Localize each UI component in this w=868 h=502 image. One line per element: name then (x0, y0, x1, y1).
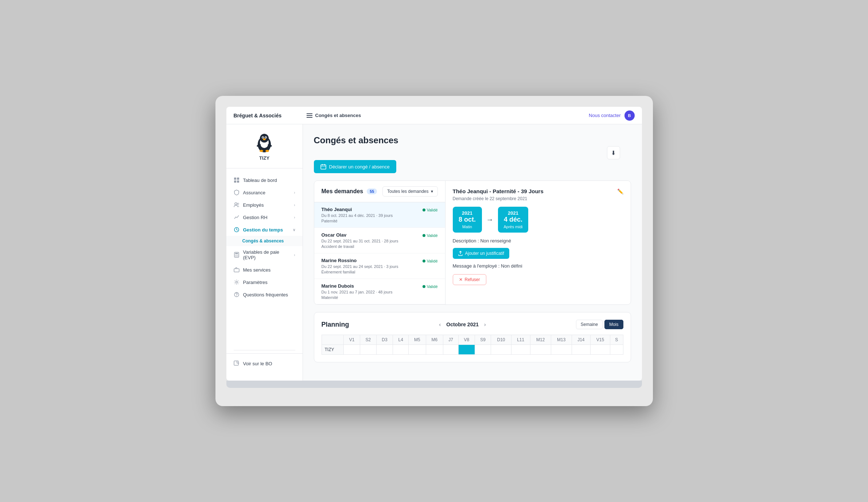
planning-cell (344, 345, 360, 355)
planning-employee-name: TIZY (322, 345, 344, 355)
svg-point-23 (235, 255, 236, 256)
sidebar-label-voir-bo: Voir sur le BO (243, 361, 272, 366)
planning-cell (393, 345, 409, 355)
request-status: Validé (423, 233, 438, 238)
declare-button-label: Déclarer un congé / absence (329, 164, 390, 170)
request-item[interactable]: Oscar Olav Validé Du 22 sept. 2021 au 31… (314, 228, 445, 253)
contact-link[interactable]: Nous contacter (589, 113, 620, 118)
message-label: Message à l'employé : (453, 263, 500, 269)
semaine-view-button[interactable]: Semaine (576, 320, 603, 329)
detail-description: Description : Non renseigné (453, 238, 623, 244)
planning-col-d3: D3 (376, 335, 393, 345)
request-item[interactable]: Théo Jeanqui Validé Du 8 oct. 2021 au 4 … (314, 202, 445, 228)
status-label: Validé (427, 208, 438, 212)
planning-col-m13: M13 (551, 335, 572, 345)
chevron-down-icon: ∨ (293, 228, 295, 232)
sidebar-item-voir-bo[interactable]: Voir sur le BO (226, 357, 303, 370)
svg-point-28 (237, 256, 238, 257)
requests-detail-panel: Mes demandes 55 Toutes les demandes ▾ (314, 180, 631, 305)
sidebar-label-assurance: Assurance (243, 190, 265, 195)
status-label: Validé (427, 284, 438, 289)
sidebar-label-mes-services: Mes services (243, 267, 271, 273)
planning-cell (530, 345, 551, 355)
request-item[interactable]: Marine Dubois Validé Du 1 nov. 2021 au 7… (314, 279, 445, 304)
planning-cell (551, 345, 572, 355)
requests-title: Mes demandes 55 (322, 188, 377, 195)
svg-point-10 (260, 150, 263, 152)
requests-badge: 55 (367, 188, 377, 194)
svg-rect-12 (234, 178, 236, 180)
briefcase-icon (234, 267, 240, 273)
shield-icon (234, 190, 240, 195)
planning-cell (459, 345, 475, 355)
status-label: Validé (427, 259, 438, 263)
from-year: 2021 (459, 210, 476, 216)
top-bar-right: Nous contacter B (589, 110, 634, 121)
planning-title: Planning (322, 321, 349, 328)
svg-point-2 (260, 134, 269, 143)
prev-month-button[interactable]: ‹ (439, 322, 441, 327)
top-bar-center: Congés et absences (307, 113, 589, 118)
requests-list: Mes demandes 55 Toutes les demandes ▾ (314, 181, 445, 304)
top-actions: Congés et absences ⬇ (314, 135, 631, 153)
edit-icon[interactable]: ✏️ (617, 188, 623, 194)
next-month-button[interactable]: › (484, 322, 486, 327)
sidebar-label-variables-paie: Variables de paie (EVP) (243, 249, 291, 260)
question-icon (234, 292, 240, 297)
request-name: Marine Rossino (322, 258, 357, 263)
sidebar-item-employes[interactable]: Employés › (226, 199, 303, 211)
svg-point-16 (235, 203, 237, 205)
requests-list-header: Mes demandes 55 Toutes les demandes ▾ (314, 181, 445, 202)
avatar[interactable]: B (624, 110, 635, 121)
to-date-box: 2021 4 déc. Après midi (498, 207, 529, 233)
chevron-right-icon-evp: › (294, 253, 295, 257)
chevron-down-filter-icon: ▾ (431, 189, 433, 194)
planning-col-v15: V15 (590, 335, 610, 345)
status-dot-icon (423, 209, 425, 211)
planning-cell (376, 345, 393, 355)
sidebar-brand-name: TIZY (259, 155, 269, 161)
chevron-right-icon-rh: › (294, 215, 295, 219)
view-buttons: Semaine Mois (576, 320, 623, 329)
sidebar-item-gestion-du-temps[interactable]: Gestion du temps ∨ (226, 223, 303, 236)
request-dates: Du 22 sept. 2021 au 24 sept. 2021 · 3 jo… (322, 264, 438, 269)
current-month: Octobre 2021 (446, 322, 479, 327)
planning-row: TIZY (322, 345, 623, 355)
main-layout: TIZY Tableau de bord (226, 124, 642, 381)
refuse-button[interactable]: ✕ Refuser (453, 274, 486, 285)
requests-scroll[interactable]: Théo Jeanqui Validé Du 8 oct. 2021 au 4 … (314, 202, 445, 304)
sidebar-item-variables-paie[interactable]: Variables de paie (EVP) › (226, 246, 303, 264)
filter-dropdown[interactable]: Toutes les demandes ▾ (382, 186, 437, 196)
status-dot-icon (423, 285, 425, 288)
svg-line-20 (237, 230, 238, 230)
request-item[interactable]: Marine Rossino Validé Du 22 sept. 2021 a… (314, 253, 445, 279)
mois-view-button[interactable]: Mois (604, 320, 623, 329)
hamburger-icon[interactable] (307, 113, 312, 118)
sidebar-item-mes-services[interactable]: Mes services (226, 264, 303, 276)
sidebar-item-questions-frequentes[interactable]: Questions fréquentes (226, 288, 303, 301)
sidebar-label-gestion-temps: Gestion du temps (243, 227, 283, 233)
to-year: 2021 (504, 210, 523, 216)
planning-col-m6: M6 (426, 335, 443, 345)
add-justificatif-button[interactable]: Ajouter un justificatif (453, 248, 509, 259)
sidebar-item-parametres[interactable]: Paramètres (226, 276, 303, 288)
download-button[interactable]: ⬇ (607, 146, 620, 159)
planning-cell (475, 345, 491, 355)
gear-icon (234, 279, 240, 285)
status-dot-icon (423, 234, 425, 237)
sidebar-label-tableau: Tableau de bord (243, 178, 277, 183)
svg-point-24 (236, 255, 237, 256)
svg-rect-22 (235, 253, 238, 254)
planning-cell (491, 345, 511, 355)
sidebar-item-assurance[interactable]: Assurance › (226, 186, 303, 199)
sidebar-item-tableau-de-bord[interactable]: Tableau de bord (226, 174, 303, 186)
request-name: Oscar Olav (322, 232, 347, 238)
planning-col-j14: J14 (572, 335, 590, 345)
laptop-screen: Bréguet & Associés Congés et absences No… (226, 107, 642, 381)
svg-rect-34 (321, 165, 326, 169)
date-range: 2021 8 oct. Matin → 2021 4 déc. Après mi… (453, 207, 623, 233)
sidebar-item-gestion-rh[interactable]: Gestion RH › (226, 211, 303, 223)
declare-button[interactable]: Déclarer un congé / absence (314, 160, 396, 173)
sidebar-item-conges-absences[interactable]: Congés & absences (226, 236, 303, 246)
from-period: Matin (459, 225, 476, 229)
